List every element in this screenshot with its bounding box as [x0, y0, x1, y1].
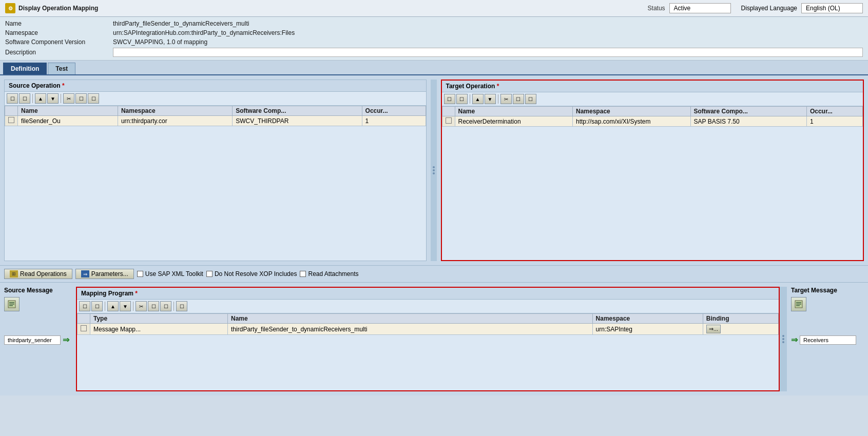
source-message-icon-btn[interactable]: [4, 297, 20, 311]
src-down-btn[interactable]: ▼: [47, 93, 59, 104]
top-bar: ⚙ Display Operation Mapping Status Activ…: [0, 0, 868, 17]
xop-checkbox[interactable]: [206, 271, 213, 277]
tgt-row-name: ReceiverDetermination: [455, 116, 573, 127]
src-cut-btn[interactable]: ✂: [63, 93, 74, 104]
namespace-row: Namespace urn:SAPIntegrationHub.com:thir…: [5, 28, 863, 37]
target-msg-arrow: ⇒: [791, 335, 798, 345]
tgt-cut-btn[interactable]: ✂: [500, 94, 512, 104]
target-operation-table: Name Namespace Software Compo... Occur..…: [442, 106, 863, 127]
target-operation-panel: Target Operation * ☐ ☐ ▲ ▼ ✂ ☐ ☐ Name Na…: [441, 80, 864, 261]
src-row-ns: urn:thirdparty.cor: [118, 116, 232, 126]
swcv-row: Software Component Version SWCV_MAPPING,…: [5, 37, 863, 47]
tgt-new-btn[interactable]: ☐: [444, 94, 455, 104]
source-msg-value: thirdparty_sender: [4, 335, 61, 345]
target-operation-header: Target Operation *: [442, 81, 863, 92]
attachments-checkbox-label[interactable]: Read Attachments: [300, 270, 358, 278]
src-paste2-btn[interactable]: ☐: [88, 93, 99, 104]
mp-col-ns: Namespace: [592, 314, 703, 324]
mp-binding-btn[interactable]: ⇒...: [706, 325, 721, 333]
read-ops-icon: ⊞: [10, 270, 18, 278]
operations-section: Source Operation * ☐ ☐ ▲ ▼ ✂ ☐ ☐ Name Na…: [0, 75, 868, 265]
desc-row: Description: [5, 47, 863, 58]
svg-rect-3: [9, 305, 13, 306]
src-row-name: fileSender_Ou: [18, 116, 118, 126]
mp-new-btn[interactable]: ☐: [79, 301, 90, 311]
xml-toolkit-checkbox-label[interactable]: Use SAP XML Toolkit: [137, 270, 203, 278]
mp-row-binding[interactable]: ⇒...: [703, 324, 778, 335]
src-col-swcv: Software Comp...: [233, 106, 362, 116]
src-copy-btn[interactable]: ☐: [19, 93, 30, 104]
bottom-toolbar: ⊞ Read Operations ⇒ Parameters... Use SA…: [0, 265, 868, 283]
src-new-btn[interactable]: ☐: [7, 93, 18, 104]
tgt-copy-btn[interactable]: ☐: [456, 94, 468, 104]
lower-divider[interactable]: [780, 287, 787, 391]
src-paste1-btn[interactable]: ☐: [75, 93, 87, 104]
xop-checkbox-label[interactable]: Do Not Resolve XOP Includes: [206, 270, 297, 278]
mp-extra-btn[interactable]: ☐: [176, 301, 187, 311]
tgt-down-btn[interactable]: ▼: [485, 94, 496, 104]
mp-col-check: [78, 314, 90, 324]
mp-sep2: [133, 302, 133, 311]
page-icon: ⚙: [5, 3, 15, 13]
params-label: Parameters...: [91, 270, 128, 278]
tgt-up-btn[interactable]: ▲: [472, 94, 484, 104]
mp-sep3: [173, 302, 174, 311]
tgt-col-check: [442, 107, 455, 116]
lang-label: Displayed Language: [741, 5, 797, 12]
tgt-paste1-btn[interactable]: ☐: [513, 94, 524, 104]
metadata-section: Name thirdParty_fileSender_to_dynamicRec…: [0, 17, 868, 61]
tgt-sep1: [470, 94, 470, 104]
swcv-value: SWCV_MAPPING, 1.0 of mapping: [113, 38, 207, 46]
svg-rect-5: [796, 302, 801, 303]
tgt-paste2-btn[interactable]: ☐: [525, 94, 536, 104]
svg-rect-2: [9, 304, 14, 305]
parameters-button[interactable]: ⇒ Parameters...: [75, 269, 134, 279]
mp-sep1: [105, 302, 105, 311]
xml-toolkit-label: Use SAP XML Toolkit: [145, 270, 203, 278]
mp-up-btn[interactable]: ▲: [107, 301, 119, 311]
source-operation-header: Source Operation *: [5, 80, 426, 92]
source-operation-row[interactable]: fileSender_Ou urn:thirdparty.cor SWCV_TH…: [5, 116, 426, 126]
mapping-program-toolbar: ☐ ☐ ▲ ▼ ✂ ☐ ☐ ☐: [77, 300, 779, 313]
mapping-program-row[interactable]: Message Mapp... thirdParty_fileSender_to…: [78, 324, 779, 335]
attachments-checkbox[interactable]: [300, 271, 306, 277]
params-icon: ⇒: [81, 270, 89, 278]
mp-row-type: Message Mapp...: [90, 324, 228, 335]
xml-toolkit-checkbox[interactable]: [137, 271, 143, 277]
mp-cut-btn[interactable]: ✂: [136, 301, 147, 311]
name-value: thirdParty_fileSender_to_dynamicReceiver…: [113, 20, 249, 27]
target-msg-value: Receivers: [800, 335, 856, 345]
target-operation-toolbar: ☐ ☐ ▲ ▼ ✂ ☐ ☐: [442, 92, 863, 106]
target-operation-row[interactable]: ReceiverDetermination http://sap.com/xi/…: [442, 116, 863, 127]
title-text: Display Operation Mapping: [18, 5, 98, 12]
tgt-checkbox: [446, 117, 452, 124]
tgt-row-ns: http://sap.com/xi/XI/System: [573, 116, 691, 127]
read-operations-button[interactable]: ⊞ Read Operations: [4, 269, 72, 279]
src-row-occur: 1: [362, 116, 426, 126]
svg-rect-6: [796, 304, 801, 305]
tab-test[interactable]: Test: [48, 63, 75, 74]
mp-paste2-btn[interactable]: ☐: [160, 301, 171, 311]
status-value: Active: [669, 3, 731, 13]
src-col-name: Name: [18, 106, 118, 116]
mp-col-binding: Binding: [703, 314, 778, 324]
mp-copy-btn[interactable]: ☐: [91, 301, 103, 311]
source-operation-panel: Source Operation * ☐ ☐ ▲ ▼ ✂ ☐ ☐ Name Na…: [4, 80, 427, 261]
tgt-row-check: [442, 116, 455, 127]
operations-divider[interactable]: [431, 80, 437, 261]
mp-down-btn[interactable]: ▼: [120, 301, 131, 311]
name-label: Name: [5, 20, 108, 27]
desc-label: Description: [5, 49, 108, 56]
tab-definition[interactable]: Definition: [3, 63, 47, 74]
desc-input[interactable]: [113, 48, 863, 57]
mapping-program-table-container: Type Name Namespace Binding Message Mapp…: [77, 313, 779, 390]
src-row-swcv: SWCV_THIRDPAR: [233, 116, 362, 126]
svg-rect-1: [9, 302, 14, 303]
mp-col-name: Name: [228, 314, 593, 324]
mp-col-type: Type: [90, 314, 228, 324]
src-up-btn[interactable]: ▲: [35, 93, 46, 104]
src-col-check: [5, 106, 18, 116]
mp-paste1-btn[interactable]: ☐: [148, 301, 159, 311]
tgt-row-occur: 1: [806, 116, 862, 127]
target-message-icon-btn[interactable]: [791, 297, 806, 311]
